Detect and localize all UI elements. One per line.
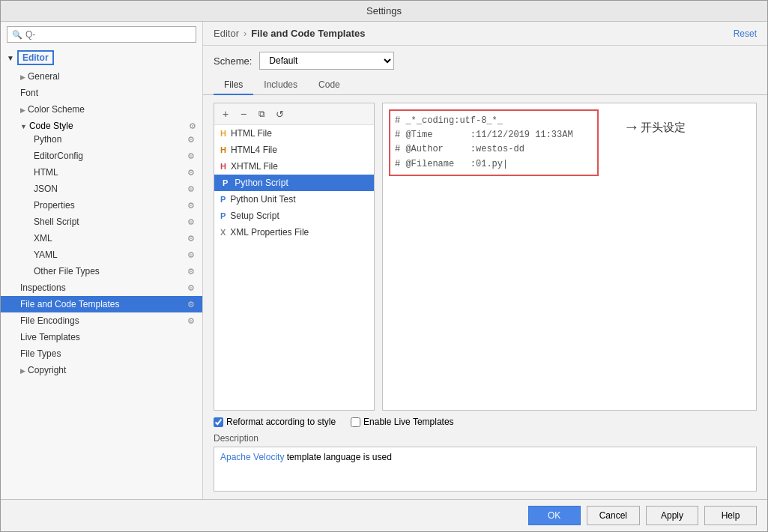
file-item-python-unit-test[interactable]: P Python Unit Test	[214, 191, 374, 208]
sidebar-item-color-scheme[interactable]: ▶Color Scheme	[1, 101, 202, 118]
ok-button[interactable]: OK	[528, 506, 581, 525]
reformat-checkbox-label[interactable]: Reformat according to style	[214, 417, 336, 427]
properties-settings-icon[interactable]: ⚙	[187, 201, 195, 211]
sidebar-item-editorconfig[interactable]: EditorConfig ⚙	[1, 148, 202, 164]
color-scheme-label: ▶Color Scheme	[20, 104, 85, 115]
file-item-xhtml[interactable]: H XHTML File	[214, 158, 374, 175]
xml-settings-icon[interactable]: ⚙	[187, 234, 195, 244]
right-panel: Editor › File and Code Templates Reset S…	[203, 22, 767, 499]
sidebar-item-file-encodings[interactable]: File Encodings ⚙	[1, 312, 202, 329]
file-code-templates-label: File and Code Templates	[20, 299, 120, 309]
sidebar-item-html[interactable]: HTML ⚙	[1, 164, 202, 181]
scheme-select-wrapper[interactable]: Default Project	[259, 52, 394, 70]
shell-settings-icon[interactable]: ⚙	[187, 217, 195, 227]
sidebar-item-general[interactable]: ▶General	[1, 68, 202, 85]
code-editor-panel: # _*_coding:utf-8_*_ # @Time :11/12/2019…	[382, 103, 757, 411]
main-content: 🔍 ▼ Editor ▶General Font ▶Color	[1, 22, 767, 499]
editorconfig-settings-icon[interactable]: ⚙	[187, 151, 195, 161]
scheme-select[interactable]: Default Project	[259, 52, 394, 70]
reformat-checkbox[interactable]	[214, 417, 223, 427]
python-unit-test-icon: P	[220, 195, 226, 204]
file-list-toolbar: + − ⧉ ↺	[214, 103, 374, 125]
code-style-settings-icon[interactable]: ⚙	[189, 121, 196, 131]
html-file-icon: H	[220, 129, 226, 138]
copyright-label: ▶Copyright	[20, 365, 66, 375]
file-item-html4[interactable]: H HTML4 File	[214, 142, 374, 158]
code-line-4: # @Filename :01.py|	[395, 157, 593, 172]
right-header: Editor › File and Code Templates Reset	[203, 22, 767, 46]
sidebar: 🔍 ▼ Editor ▶General Font ▶Color	[1, 22, 203, 499]
other-settings-icon[interactable]: ⚙	[187, 267, 195, 276]
python-unit-test-label: Python Unit Test	[230, 194, 295, 205]
inspections-settings-icon[interactable]: ⚙	[187, 283, 195, 293]
code-line-1: # _*_coding:utf-8_*_	[395, 114, 593, 128]
yaml-settings-icon[interactable]: ⚙	[187, 250, 195, 260]
sidebar-item-font[interactable]: Font	[1, 85, 202, 101]
sidebar-item-live-templates[interactable]: Live Templates	[1, 329, 202, 345]
sidebar-section-editor[interactable]: ▼ Editor	[1, 47, 202, 68]
tabs-bar: Files Includes Code	[203, 76, 767, 95]
editor-label: Editor	[17, 50, 54, 65]
sidebar-item-inspections[interactable]: Inspections ⚙	[1, 279, 202, 296]
sidebar-item-file-types[interactable]: File Types	[1, 345, 202, 362]
tab-code[interactable]: Code	[308, 76, 351, 95]
file-list-panel: + − ⧉ ↺ H HTML File H HTML4 File	[214, 103, 375, 411]
breadcrumb-parent: Editor	[214, 28, 239, 39]
python-label: Python	[34, 134, 61, 145]
xml-properties-label: XML Properties File	[230, 227, 309, 238]
html4-file-label: HTML4 File	[231, 145, 277, 155]
file-templates-settings-icon[interactable]: ⚙	[187, 300, 195, 309]
sidebar-item-copyright[interactable]: ▶Copyright	[1, 362, 202, 378]
search-box[interactable]: 🔍	[7, 26, 196, 43]
sidebar-item-shell-script[interactable]: Shell Script ⚙	[1, 214, 202, 230]
annotation-text: 开头设定	[641, 121, 686, 135]
expand-arrow-editor: ▼	[7, 54, 14, 62]
python-script-icon: P	[220, 178, 230, 187]
sidebar-item-python[interactable]: Python ⚙	[1, 131, 202, 148]
reset-template-button[interactable]: ↺	[271, 106, 288, 122]
sidebar-section-code-style[interactable]: ▼Code Style ⚙	[1, 118, 202, 131]
sidebar-item-other-file-types[interactable]: Other File Types ⚙	[1, 263, 202, 279]
annotation-arrow: →	[626, 118, 636, 137]
file-encodings-label: File Encodings	[20, 315, 79, 326]
help-button[interactable]: Help	[704, 506, 757, 525]
html-settings-icon[interactable]: ⚙	[187, 168, 195, 178]
sidebar-item-yaml[interactable]: YAML ⚙	[1, 247, 202, 263]
code-style-label: ▼Code Style	[20, 121, 73, 131]
sidebar-item-json[interactable]: JSON ⚙	[1, 181, 202, 197]
file-item-setup-script[interactable]: P Setup Script	[214, 208, 374, 224]
file-item-python-script[interactable]: P Python Script	[214, 175, 374, 191]
code-line-3: # @Author :westos-dd	[395, 142, 593, 157]
python-settings-icon[interactable]: ⚙	[187, 135, 195, 145]
add-template-button[interactable]: +	[217, 106, 234, 122]
inspections-label: Inspections	[20, 282, 66, 293]
tab-files[interactable]: Files	[214, 76, 253, 95]
sidebar-item-properties[interactable]: Properties ⚙	[1, 197, 202, 214]
breadcrumb-current: File and Code Templates	[251, 28, 365, 39]
live-templates-checkbox-label-text: Enable Live Templates	[363, 417, 454, 427]
sidebar-item-file-code-templates[interactable]: File and Code Templates ⚙	[1, 296, 202, 312]
file-item-xml-properties[interactable]: X XML Properties File	[214, 224, 374, 241]
live-templates-checkbox-label[interactable]: Enable Live Templates	[351, 417, 454, 427]
json-settings-icon[interactable]: ⚙	[187, 184, 195, 194]
yaml-label: YAML	[34, 250, 58, 260]
sidebar-item-xml[interactable]: XML ⚙	[1, 230, 202, 247]
tab-includes[interactable]: Includes	[253, 76, 308, 95]
copy-template-button[interactable]: ⧉	[253, 106, 270, 122]
code-editor[interactable]: # _*_coding:utf-8_*_ # @Time :11/12/2019…	[382, 103, 757, 411]
description-box: Apache Velocity template language is use…	[214, 447, 757, 492]
live-templates-checkbox[interactable]	[351, 417, 360, 427]
description-section: Description Apache Velocity template lan…	[203, 433, 767, 499]
cancel-button[interactable]: Cancel	[587, 506, 640, 525]
search-input[interactable]	[25, 29, 191, 40]
xml-properties-icon: X	[220, 228, 226, 237]
apply-button[interactable]: Apply	[646, 506, 698, 525]
dialog-title: Settings	[366, 5, 402, 16]
reset-button[interactable]: Reset	[734, 28, 757, 39]
python-script-label: Python Script	[235, 178, 288, 188]
apache-velocity-link[interactable]: Apache Velocity	[220, 452, 284, 462]
shell-script-label: Shell Script	[34, 217, 79, 227]
file-item-html[interactable]: H HTML File	[214, 125, 374, 142]
remove-template-button[interactable]: −	[235, 106, 252, 122]
encodings-settings-icon[interactable]: ⚙	[187, 316, 195, 326]
